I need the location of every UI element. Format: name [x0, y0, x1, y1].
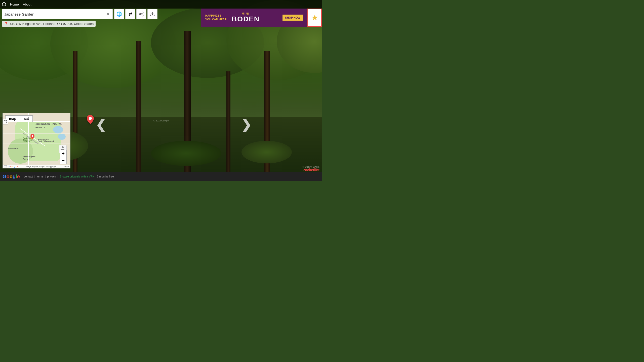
map-overlay: ARLINGTON HEIGHTS HEIGHTS Arboretum Wash… [3, 113, 70, 168]
ad-tagline-line2: YOU CAN HEAR [205, 18, 227, 21]
ad-tagline-line1: HAPPINESS [205, 14, 221, 18]
map-label-arboretum: Arboretum [8, 147, 19, 150]
google-logo: Google [3, 174, 20, 179]
download-tool-button[interactable] [147, 9, 157, 19]
svg-point-1 [140, 14, 141, 15]
zoom-in-button[interactable]: + [60, 150, 67, 157]
svg-point-0 [142, 12, 143, 13]
svg-point-2 [142, 15, 143, 16]
svg-point-6 [89, 117, 92, 120]
map-google-logo: G [8, 165, 10, 168]
svg-rect-13 [6, 166, 6, 166]
address-bar: 📍 610 SW Kingston Ave, Portland, OR 9720… [2, 21, 96, 27]
svg-rect-15 [4, 167, 6, 167]
favorite-star-button[interactable]: ★ [307, 9, 322, 27]
ad-brand-boden: BODEN [232, 15, 260, 23]
globe-tool-button[interactable]: 🌐 [114, 9, 124, 19]
street-view-copyright-mid: © 2012 Google [153, 119, 169, 122]
nav-home[interactable]: Home [8, 3, 21, 6]
svg-rect-11 [4, 166, 5, 166]
site-logo [2, 2, 6, 6]
pocketlint-logo: Pocketlint [303, 168, 319, 172]
navigation-bar: Home About [0, 0, 322, 9]
search-input[interactable] [4, 12, 106, 16]
map-label-arlington-heights-2: HEIGHTS [35, 126, 45, 129]
street-view-right-arrow[interactable]: ❯ [241, 117, 252, 132]
street-view-left-arrow[interactable]: ❮ [96, 117, 106, 132]
map-copyright: G o o g l e Image may be subject to copy… [3, 165, 70, 168]
location-pin-icon: 📍 [4, 22, 8, 26]
terms-link[interactable]: terms [36, 175, 44, 178]
map-tabs: map sat [5, 115, 33, 122]
svg-line-3 [141, 14, 142, 15]
map-label-washington-park: WashingtonPark [23, 156, 35, 160]
bottom-bar: Google contact | terms | privacy | Brows… [0, 172, 322, 181]
share-tool-button[interactable] [136, 9, 146, 19]
shuffle-tool-button[interactable]: ⇄ [125, 9, 135, 19]
map-terms-link[interactable]: Terms [64, 165, 69, 168]
vpn-link[interactable]: Browse privately with a VPN [60, 175, 94, 178]
search-box: × [2, 9, 113, 19]
zoom-controls: + − [60, 150, 67, 164]
globe-icon [2, 2, 6, 6]
tool-buttons: 🌐 ⇄ [114, 9, 157, 19]
map-tab-sat[interactable]: sat [20, 115, 33, 122]
street-view-pin [87, 115, 94, 126]
contact-link[interactable]: contact [24, 175, 33, 178]
svg-line-4 [141, 13, 142, 14]
svg-point-9 [62, 146, 64, 148]
svg-rect-12 [5, 166, 5, 166]
privacy-link[interactable]: privacy [47, 175, 56, 178]
search-clear-button[interactable]: × [106, 12, 110, 17]
map-label-washington-park-playground: WashingtonPark Playground [38, 139, 54, 142]
search-area: × [2, 9, 113, 19]
nav-about[interactable]: About [21, 3, 33, 6]
ad-banner: HAPPINESS YOU CAN HEAR MINI BODEN SHOP N… [201, 9, 307, 27]
map-label-arlington-heights: ARLINGTON HEIGHTS [35, 123, 62, 125]
map-copyright-text: Image may be subject to copyright [26, 165, 56, 168]
address-text: 610 SW Kingston Ave, Portland, OR 97205,… [10, 22, 94, 26]
zoom-out-button[interactable]: − [60, 157, 67, 164]
map-expand-button[interactable] [3, 119, 8, 124]
svg-point-7 [32, 135, 33, 137]
ad-brand-mini: MINI [242, 12, 250, 15]
svg-rect-14 [6, 166, 7, 166]
vpn-suffix: - 3 months free [95, 175, 114, 178]
ad-shop-button[interactable]: SHOP NOW [283, 15, 303, 21]
